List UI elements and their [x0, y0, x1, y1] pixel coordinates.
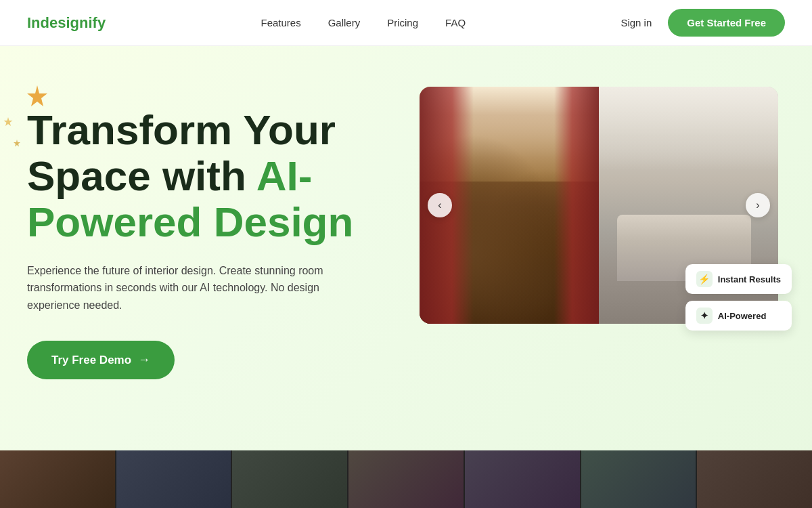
ai-powered-icon: ✦	[696, 308, 713, 324]
nav-links: Features Gallery Pricing FAQ	[261, 17, 466, 29]
try-demo-label: Try Free Demo	[51, 354, 131, 367]
hero-title-accent2: Powered Design	[27, 198, 353, 245]
hero-title-line2: Space with	[27, 152, 256, 199]
feature-badges: ⚡ Instant Results ✦ AI-Powered	[685, 264, 792, 331]
thumbnail-3[interactable]	[232, 450, 347, 508]
logo[interactable]: Indesignify	[27, 14, 106, 32]
navbar: Indesignify Features Gallery Pricing FAQ…	[0, 0, 812, 46]
ai-powered-badge: ✦ AI-Powered	[685, 301, 792, 331]
hero-description: Experience the future of interior design…	[27, 262, 325, 314]
nav-right: Sign in Get Started Free	[621, 9, 785, 37]
nav-gallery[interactable]: Gallery	[328, 17, 361, 28]
instant-results-icon: ⚡	[696, 271, 713, 287]
get-started-button[interactable]: Get Started Free	[668, 9, 785, 37]
hero-image-area: ‹ › ⚡ Instant Results ✦ AI-Powered	[420, 87, 785, 324]
hero-title-line1: Transform Your	[27, 106, 336, 153]
thumbnail-5[interactable]	[465, 450, 580, 508]
try-demo-arrow: →	[138, 353, 150, 367]
thumbnail-4[interactable]	[348, 450, 464, 508]
hero-title-accent1: AI-	[256, 152, 313, 199]
carousel-next-button[interactable]: ›	[746, 193, 770, 217]
nav-faq[interactable]: FAQ	[445, 17, 466, 28]
hero-title: Transform Your Space with AI- Powered De…	[27, 107, 379, 246]
thumbnail-strip	[0, 450, 812, 508]
hero-section: Transform Your Space with AI- Powered De…	[0, 46, 812, 508]
ai-powered-label: AI-Powered	[718, 311, 767, 321]
thumbnail-2[interactable]	[116, 450, 231, 508]
hero-content: Transform Your Space with AI- Powered De…	[27, 87, 379, 379]
thumbnail-7[interactable]	[697, 450, 812, 508]
instant-results-badge: ⚡ Instant Results	[685, 264, 792, 294]
instant-results-label: Instant Results	[718, 274, 781, 284]
sign-in-link[interactable]: Sign in	[621, 17, 652, 28]
thumbnail-6[interactable]	[581, 450, 696, 508]
carousel-prev-button[interactable]: ‹	[428, 193, 452, 217]
thumbnail-1[interactable]	[0, 450, 115, 508]
nav-features[interactable]: Features	[261, 17, 300, 28]
nav-pricing[interactable]: Pricing	[387, 17, 418, 28]
curtain-right	[554, 87, 599, 324]
try-demo-button[interactable]: Try Free Demo →	[27, 341, 175, 379]
